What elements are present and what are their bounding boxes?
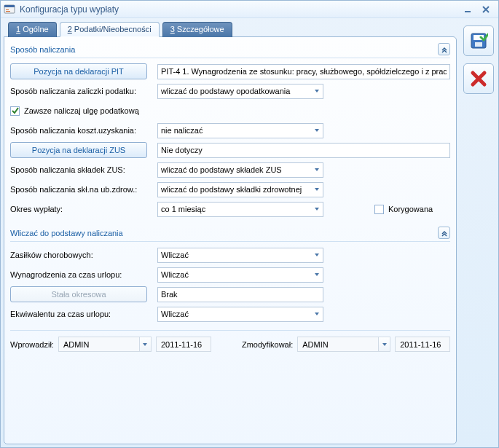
audit-bar: Wprowadził: ADMIN 2011-11-16 Zmodyfikowa… bbox=[10, 330, 450, 352]
pit-declaration-value[interactable] bbox=[157, 64, 450, 79]
chevron-down-icon bbox=[310, 248, 323, 262]
zaliczka-dropdown[interactable]: wliczać do podstawy opodatkowania bbox=[157, 84, 323, 99]
zas-label: Zasiłków chorobowych: bbox=[10, 251, 147, 259]
zus-declaration-button[interactable]: Pozycja na deklaracji ZUS bbox=[10, 142, 147, 158]
close-button[interactable] bbox=[478, 4, 494, 15]
korygowana-checkbox[interactable]: Korygowana bbox=[374, 205, 433, 214]
skl-zus-label: Sposób naliczania składek ZUS: bbox=[10, 165, 147, 174]
zas-dropdown[interactable]: Wliczać bbox=[157, 248, 323, 263]
svg-rect-3 bbox=[6, 11, 10, 12]
save-button[interactable] bbox=[463, 25, 494, 56]
group-wliczac-do-podstawy: Wliczać do podstawy naliczania Zasiłków … bbox=[10, 225, 450, 323]
tabstrip: 1 Ogólne 2 Podatki/Nieobecności 3 Szczeg… bbox=[4, 21, 457, 36]
window-title: Konfiguracja typu wypłaty bbox=[20, 4, 460, 15]
group2-collapse-button[interactable] bbox=[438, 227, 450, 239]
svg-rect-4 bbox=[465, 11, 471, 12]
stala-okresowa-value[interactable] bbox=[157, 287, 323, 302]
tab-podatki-nieobecnosci[interactable]: 2 Podatki/Nieobecności bbox=[60, 22, 160, 37]
cancel-button[interactable] bbox=[463, 63, 494, 94]
wprowadzil-date[interactable]: 2011-11-16 bbox=[156, 337, 211, 352]
chevron-down-icon bbox=[310, 124, 323, 138]
tab-szczegolowe[interactable]: 3 Szczegółowe bbox=[162, 22, 232, 37]
minimize-button[interactable] bbox=[460, 4, 476, 15]
wyn-label: Wynagrodzenia za czas urlopu: bbox=[10, 270, 147, 279]
svg-rect-7 bbox=[475, 42, 482, 47]
tab-pane: Sposób naliczania Pozycja na deklaracji … bbox=[4, 36, 457, 444]
window: Konfiguracja typu wypłaty 1 Ogólne 2 Pod… bbox=[0, 0, 499, 448]
wprowadzil-label: Wprowadził: bbox=[10, 340, 54, 349]
skl-zus-dropdown[interactable]: wliczać do podstawy składek ZUS bbox=[157, 162, 323, 178]
ekw-dropdown[interactable]: Wliczać bbox=[157, 307, 323, 322]
okres-dropdown[interactable]: co 1 miesiąc bbox=[157, 202, 323, 217]
wprowadzil-user-drop[interactable] bbox=[139, 337, 152, 352]
chevron-down-icon bbox=[310, 163, 323, 177]
zmodyfikowal-user-drop[interactable] bbox=[378, 337, 390, 352]
titlebar: Konfiguracja typu wypłaty bbox=[1, 1, 498, 18]
zmodyfikowal-date[interactable]: 2011-11-16 bbox=[395, 337, 450, 352]
group2-title: Wliczać do podstawy naliczania bbox=[10, 229, 438, 237]
pit-declaration-button[interactable]: Pozycja na deklaracji PIT bbox=[10, 63, 147, 79]
chevron-down-icon bbox=[310, 85, 323, 98]
group1-title: Sposób naliczania bbox=[10, 45, 438, 54]
checkbox-unchecked-icon bbox=[374, 205, 384, 214]
app-icon bbox=[4, 4, 15, 15]
okres-label: Okres wypłaty: bbox=[10, 205, 147, 213]
ulga-label: Zawsze naliczaj ulgę podatkową bbox=[24, 106, 139, 115]
zaliczka-label: Sposób naliczania zaliczki podatku: bbox=[10, 87, 147, 95]
stala-okresowa-button[interactable]: Stała okresowa bbox=[10, 286, 147, 302]
chevron-down-icon bbox=[310, 183, 323, 197]
svg-rect-2 bbox=[6, 9, 9, 10]
wyn-dropdown[interactable]: Wliczać bbox=[157, 267, 323, 283]
koszt-dropdown[interactable]: nie naliczać bbox=[157, 123, 323, 138]
group1-collapse-button[interactable] bbox=[438, 43, 450, 55]
chevron-down-icon bbox=[310, 307, 323, 321]
wprowadzil-user[interactable]: ADMIN bbox=[58, 337, 140, 352]
koszt-label: Sposób naliczania koszt.uzyskania: bbox=[10, 126, 147, 135]
chevron-down-icon bbox=[310, 203, 323, 216]
zus-declaration-value[interactable] bbox=[157, 143, 450, 158]
zmodyfikowal-label: Zmodyfikował: bbox=[242, 340, 293, 349]
chevron-down-icon bbox=[310, 268, 323, 282]
ekw-label: Ekwiwalentu za czas urlopu: bbox=[10, 310, 147, 318]
svg-rect-1 bbox=[4, 5, 15, 7]
korygowana-label: Korygowana bbox=[388, 205, 433, 213]
group-sposob-naliczania: Sposób naliczania Pozycja na deklaracji … bbox=[10, 42, 450, 218]
checkbox-checked-icon bbox=[10, 106, 20, 116]
ulga-checkbox[interactable]: Zawsze naliczaj ulgę podatkową bbox=[10, 106, 139, 116]
skl-zdr-dropdown[interactable]: wliczać do podstawy składki zdrowotnej bbox=[157, 182, 323, 197]
zmodyfikowal-user[interactable]: ADMIN bbox=[297, 337, 379, 352]
tab-ogolne[interactable]: 1 Ogólne bbox=[8, 22, 57, 37]
skl-zdr-label: Sposób naliczania skł.na ub.zdrow.: bbox=[10, 185, 147, 194]
